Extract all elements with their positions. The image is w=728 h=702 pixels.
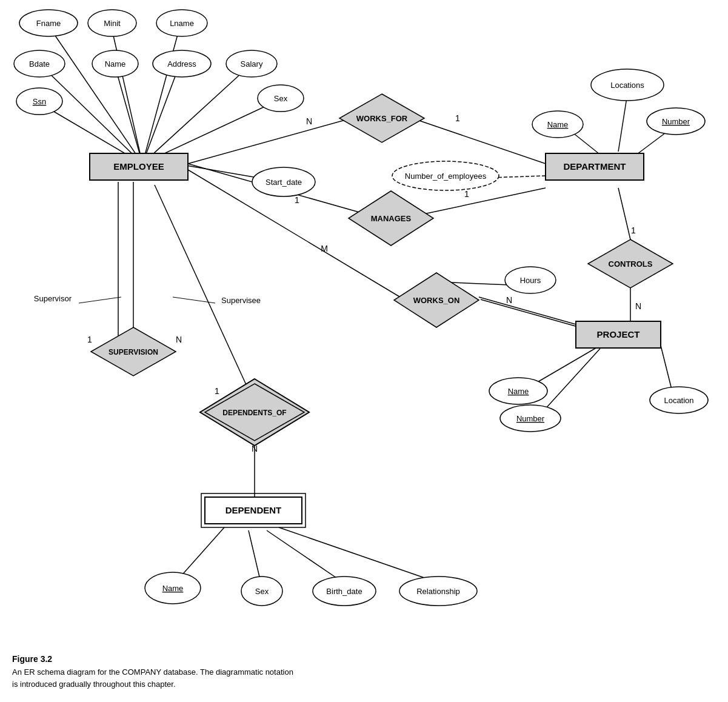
dependents-of-label: DEPENDENTS_OF xyxy=(222,409,286,417)
hours-attr: Hours xyxy=(520,276,541,285)
svg-line-25 xyxy=(661,346,673,394)
address-attr: Address xyxy=(167,59,196,69)
supervisor-label: Supervisor xyxy=(34,294,72,303)
svg-line-21 xyxy=(479,297,576,324)
sex-emp-attr: Sex xyxy=(274,94,288,103)
dependent-entity-label: DEPENDENT xyxy=(225,505,282,515)
depof-1-label: 1 xyxy=(215,386,219,396)
name-emp-attr: Name xyxy=(105,59,126,69)
proj-number-attr: Number xyxy=(516,414,545,423)
wf-1-label: 1 xyxy=(455,113,460,123)
salary-attr: Salary xyxy=(241,59,263,69)
dep-sex-attr: Sex xyxy=(255,587,269,596)
mg-1r-label: 1 xyxy=(464,189,469,199)
supervision-label: SUPERVISION xyxy=(109,348,158,356)
svg-line-24 xyxy=(539,349,600,415)
wf-n-label: N xyxy=(306,116,312,126)
caption-line1: An ER schema diagram for the COMPANY dat… xyxy=(12,666,376,678)
svg-line-2 xyxy=(142,30,179,164)
svg-line-0 xyxy=(52,30,142,164)
svg-line-6 xyxy=(142,67,249,164)
svg-line-17 xyxy=(618,188,630,239)
caption-line2: is introduced gradually throughout this … xyxy=(12,678,376,690)
start-date-attr: Start_date xyxy=(265,178,302,187)
svg-line-30 xyxy=(155,185,255,403)
svg-line-4 xyxy=(115,67,142,164)
ctrl-1-label: 1 xyxy=(631,226,636,235)
supervisee-label: Supervisee xyxy=(221,296,261,305)
caption-title: Figure 3.2 xyxy=(12,654,376,664)
svg-line-3 xyxy=(42,67,142,164)
dep-name-attr: Name xyxy=(162,584,184,593)
svg-line-11 xyxy=(618,94,627,152)
proj-name-attr: Name xyxy=(508,387,529,396)
caption-area: Figure 3.2 An ER schema diagram for the … xyxy=(12,654,376,690)
minit-attr: Minit xyxy=(104,19,121,28)
svg-line-33 xyxy=(249,530,261,582)
sup-1-label: 1 xyxy=(87,335,92,344)
depof-n-label: N xyxy=(252,444,258,453)
sup-n-label: N xyxy=(176,335,182,344)
birth-date-attr: Birth_date xyxy=(326,587,362,596)
locations-attr: Locations xyxy=(610,81,644,90)
wo-m-label: M xyxy=(321,244,328,253)
ssn-attr: Ssn xyxy=(33,97,46,106)
dept-name-attr: Name xyxy=(547,120,569,129)
employee-entity-label: EMPLOYEE xyxy=(113,161,164,172)
ctrl-n-label: N xyxy=(635,301,641,311)
controls-label: CONTROLS xyxy=(609,259,653,269)
relationship-attr: Relationship xyxy=(416,587,460,596)
svg-line-9 xyxy=(188,118,352,164)
svg-line-34 xyxy=(267,530,342,582)
manages-label: MANAGES xyxy=(371,214,412,223)
svg-line-10 xyxy=(412,118,546,164)
department-entity-label: DEPARTMENT xyxy=(563,161,626,172)
mg-1l-label: 1 xyxy=(295,195,299,205)
svg-line-22 xyxy=(481,299,578,327)
num-employees-attr: Number_of_employees xyxy=(405,172,487,181)
lname-attr: Lname xyxy=(170,19,194,28)
er-diagram-container: EMPLOYEE DEPARTMENT PROJECT DEPENDENT WO… xyxy=(0,0,728,667)
project-entity-label: PROJECT xyxy=(597,329,640,339)
works-for-label: WORKS_FOR xyxy=(356,114,408,123)
svg-line-27 xyxy=(79,297,121,303)
er-diagram-svg: EMPLOYEE DEPARTMENT PROJECT DEPENDENT WO… xyxy=(0,0,728,667)
dept-number-attr: Number xyxy=(662,117,690,126)
works-on-label: WORKS_ON xyxy=(413,296,460,305)
wo-n-label: N xyxy=(506,295,512,305)
location-attr: Location xyxy=(664,396,693,405)
svg-line-16 xyxy=(418,188,546,215)
fname-attr: Fname xyxy=(36,19,61,28)
bdate-attr: Bdate xyxy=(29,59,50,69)
